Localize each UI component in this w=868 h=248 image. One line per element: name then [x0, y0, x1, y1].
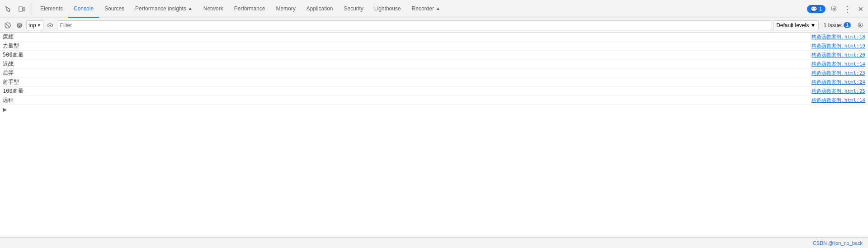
tab-performance[interactable]: Performance	[229, 0, 271, 18]
console-rows-container: 廉颇 构造函数案例.html:18 力量型 构造函数案例.html:19 500…	[0, 33, 868, 105]
devtools-container: Elements Console Sources Performance ins…	[0, 0, 868, 248]
toolbar-right: 💬 1 ⋮ ✕	[807, 4, 866, 14]
tab-list: Elements Console Sources Performance ins…	[35, 0, 806, 18]
table-row: 100血量 构造函数案例.html:25	[0, 87, 868, 96]
svg-line-3	[6, 24, 9, 27]
console-row-link[interactable]: 构造函数案例.html:24	[811, 79, 865, 86]
close-button[interactable]: ✕	[855, 4, 866, 14]
tab-performance-insights[interactable]: Performance insights ▲	[130, 0, 198, 18]
console-row-text: 500血量	[3, 51, 811, 59]
tab-memory[interactable]: Memory	[270, 0, 301, 18]
tab-lighthouse[interactable]: Lighthouse	[369, 0, 406, 18]
console-row-link[interactable]: 构造函数案例.html:25	[811, 88, 865, 95]
table-row: 后羿 构造函数案例.html:23	[0, 69, 868, 78]
tab-console[interactable]: Console	[68, 0, 99, 18]
console-row-text: 后羿	[3, 69, 811, 77]
tab-application[interactable]: Application	[301, 0, 339, 18]
dropdown-arrow-icon: ▼	[37, 23, 41, 28]
filter-input[interactable]	[57, 20, 772, 30]
console-row-link[interactable]: 构造函数案例.html:19	[811, 43, 865, 49]
clear-console-button[interactable]	[3, 20, 13, 30]
eye-button[interactable]	[45, 20, 55, 30]
console-row-text: 近战	[3, 60, 811, 68]
chat-icon: 💬	[811, 6, 817, 12]
table-row: 廉颇 构造函数案例.html:18	[0, 33, 868, 42]
console-row-text: 廉颇	[3, 33, 811, 41]
issues-badge[interactable]: 💬 1	[807, 5, 826, 13]
default-levels-button[interactable]: Default levels ▼	[773, 20, 819, 30]
console-row-text: 力量型	[3, 42, 811, 50]
table-row: 力量型 构造函数案例.html:19	[0, 42, 868, 51]
svg-point-10	[859, 24, 861, 26]
issues-count-display: 1 Issue: 1	[821, 22, 853, 29]
table-row: 近战 构造函数案例.html:14	[0, 60, 868, 69]
tab-recorder[interactable]: Recorder ▲	[406, 0, 446, 18]
more-button[interactable]: ⋮	[842, 4, 853, 14]
right-arrow-icon: ▶	[3, 106, 7, 113]
console-row-link[interactable]: 构造函数案例.html:14	[811, 97, 865, 104]
inspect-button[interactable]	[2, 3, 14, 15]
svg-rect-0	[19, 7, 23, 11]
table-row: 射手型 构造函数案例.html:24	[0, 78, 868, 87]
console-content: 廉颇 构造函数案例.html:18 力量型 构造函数案例.html:19 500…	[0, 33, 868, 237]
console-row-text: 射手型	[3, 78, 811, 86]
console-row-link[interactable]: 构造函数案例.html:18	[811, 33, 865, 40]
recorder-icon: ▲	[436, 6, 440, 11]
tab-elements[interactable]: Elements	[35, 0, 68, 18]
console-row-link[interactable]: 构造函数案例.html:20	[811, 52, 865, 58]
issues-number-badge: 1	[844, 22, 851, 28]
console-row-text: 远程	[3, 96, 811, 104]
console-settings-button[interactable]	[855, 20, 865, 30]
expand-row[interactable]: ▶	[0, 105, 868, 114]
svg-point-9	[49, 24, 51, 26]
settings-button[interactable]	[828, 4, 839, 14]
svg-rect-1	[23, 8, 25, 11]
table-row: 远程 构造函数案例.html:14	[0, 96, 868, 105]
tab-sources[interactable]: Sources	[99, 0, 130, 18]
performance-insights-icon: ▲	[188, 6, 193, 11]
top-context-selector[interactable]: top ▼	[26, 20, 43, 30]
console-row-link[interactable]: 构造函数案例.html:14	[811, 61, 865, 67]
device-toolbar-button[interactable]	[15, 3, 28, 15]
devtools-footer: CSDN @lion_no_back	[0, 237, 868, 248]
console-row-text: 100血量	[3, 87, 811, 95]
devtools-toolbar: Elements Console Sources Performance ins…	[0, 0, 868, 18]
tab-network[interactable]: Network	[198, 0, 229, 18]
toolbar-icon-group	[2, 3, 32, 15]
table-row: 500血量 构造函数案例.html:20	[0, 51, 868, 60]
console-toolbar: top ▼ Default levels ▼ 1 Issue: 1	[0, 18, 868, 33]
console-row-link[interactable]: 构造函数案例.html:23	[811, 70, 865, 76]
tab-security[interactable]: Security	[339, 0, 369, 18]
filter-button[interactable]	[14, 20, 24, 30]
